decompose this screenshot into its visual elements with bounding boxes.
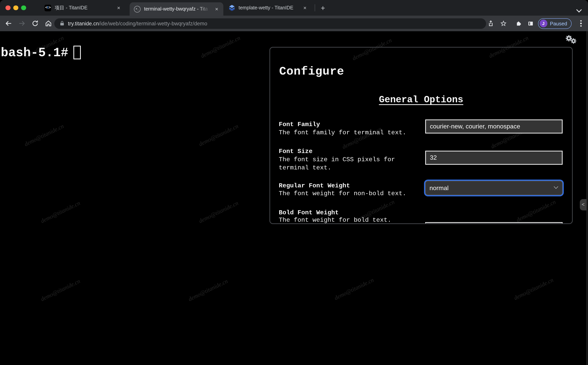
share-button[interactable] [485, 18, 496, 29]
window-controls [6, 5, 26, 10]
minimize-window-button[interactable] [13, 5, 18, 10]
bookmark-button[interactable] [498, 18, 509, 29]
collapse-handle[interactable]: < [580, 199, 587, 211]
terminal-prompt: bash-5.1# [1, 46, 68, 61]
url-host: try.titanide.cn [68, 21, 99, 26]
font-size-description: The font size in CSS pixels for terminal… [279, 156, 412, 172]
page-content: demo@titanide.cndemo@titanide.cndemo@tit… [0, 31, 588, 365]
terminal-prompt-line[interactable]: bash-5.1# [1, 46, 81, 61]
chevron-down-icon [554, 184, 558, 189]
side-panel-button[interactable] [525, 18, 536, 29]
new-tab-button[interactable]: + [318, 3, 328, 13]
url-path: /ide/web/coding/terminal-wetty-bwqryafz/… [99, 21, 207, 26]
avatar: J [539, 20, 547, 27]
back-icon [5, 20, 13, 27]
close-icon[interactable]: × [213, 6, 220, 13]
regular-font-weight-label: Regular Font Weight [279, 182, 350, 189]
configure-panel: Configure General Options Font Family Th… [269, 47, 573, 224]
watermark-text: demo@titanide.cn [40, 278, 81, 302]
watermark-text: demo@titanide.cn [187, 278, 229, 302]
selected-value: normal [429, 184, 449, 191]
terminal-cursor [73, 46, 81, 59]
watermark-text: demo@titanide.cn [40, 200, 81, 225]
home-icon [44, 20, 52, 27]
tab-title: terminal-wetty-bwqryafz - Tita [144, 6, 211, 12]
layers-icon [228, 5, 235, 11]
profile-chip[interactable]: J Paused [538, 18, 572, 29]
home-button[interactable] [43, 18, 54, 29]
close-icon[interactable]: × [115, 4, 122, 11]
lock-icon [59, 20, 65, 27]
zoom-window-button[interactable] [21, 5, 26, 10]
address-bar[interactable]: try.titanide.cn/ide/web/coding/terminal-… [54, 18, 486, 29]
forward-icon [18, 20, 26, 27]
browser-menu-button[interactable] [575, 18, 587, 29]
font-family-label: Font Family [279, 121, 320, 128]
tab-terminal-wetty[interactable]: >_ terminal-wetty-bwqryafz - Tita × [130, 2, 223, 16]
bookmark-star-icon [500, 20, 507, 27]
reload-button[interactable] [30, 18, 41, 29]
watermark-text: demo@titanide.cn [200, 35, 241, 59]
paused-badge: Paused [550, 21, 567, 26]
bold-font-weight-label: Bold Font Weight [279, 209, 339, 216]
extensions-puzzle-icon [515, 20, 522, 27]
extensions-button[interactable] [513, 18, 524, 29]
tab-title: template-wetty - TitanIDE [238, 5, 299, 11]
tab-separator [315, 4, 315, 11]
back-button[interactable] [3, 18, 14, 29]
close-icon[interactable]: × [301, 4, 308, 11]
watermark-text: demo@titanide.cn [333, 277, 375, 301]
section-title: General Options [379, 94, 463, 105]
font-size-label: Font Size [279, 148, 313, 155]
settings-gears-icon[interactable] [563, 34, 579, 49]
share-icon [487, 20, 494, 27]
side-panel-icon [527, 20, 534, 27]
regular-font-weight-select[interactable]: normal [425, 181, 563, 195]
tab-title: 项目 - TitanIDE [55, 5, 113, 11]
panel-title: Configure [279, 65, 344, 78]
watermark-text: demo@titanide.cn [23, 123, 65, 147]
tab-project[interactable]: <t> 项目 - TitanIDE × [40, 0, 125, 16]
regular-font-weight-description: The font weight for non-bold text. [279, 190, 412, 198]
font-family-input[interactable] [425, 119, 563, 133]
right-edge-strip [587, 31, 588, 365]
tab-template-wetty[interactable]: template-wetty - TitanIDE × [224, 0, 312, 16]
titanide-logo-icon: <t> [44, 5, 51, 11]
tab-overflow-chevron-icon[interactable] [577, 6, 581, 13]
terminal-icon: >_ [134, 6, 140, 12]
font-family-description: The font family for terminal text. [279, 129, 412, 137]
watermark-text: demo@titanide.cn [198, 123, 239, 147]
bold-font-weight-select[interactable]: bold [425, 222, 563, 224]
tab-strip: <t> 项目 - TitanIDE × >_ terminal-wetty-bw… [0, 0, 588, 16]
browser-window: <t> 项目 - TitanIDE × >_ terminal-wetty-bw… [0, 0, 588, 365]
bold-font-weight-description: The font weight for bold text. [279, 216, 412, 224]
watermark-text: demo@titanide.cn [513, 277, 555, 301]
close-window-button[interactable] [6, 5, 10, 10]
reload-icon [31, 20, 39, 27]
forward-button[interactable] [16, 18, 27, 29]
watermark-text: demo@titanide.cn [198, 200, 239, 225]
chevron-left-icon: < [581, 202, 585, 208]
font-size-input[interactable] [425, 151, 563, 165]
